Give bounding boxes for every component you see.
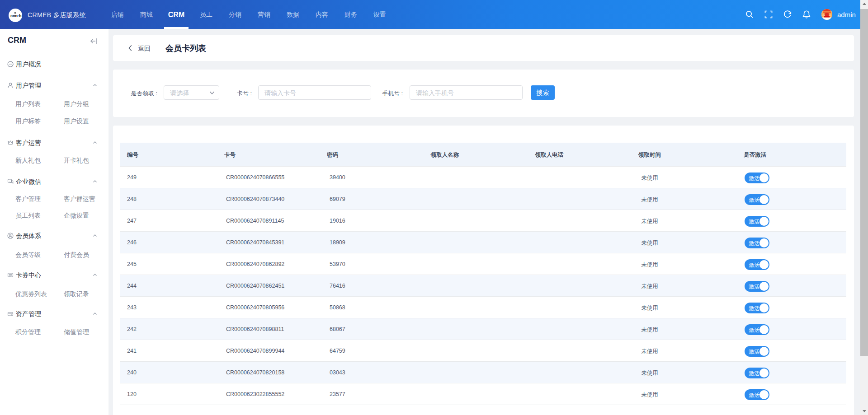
- svg-text:b: b: [19, 14, 22, 18]
